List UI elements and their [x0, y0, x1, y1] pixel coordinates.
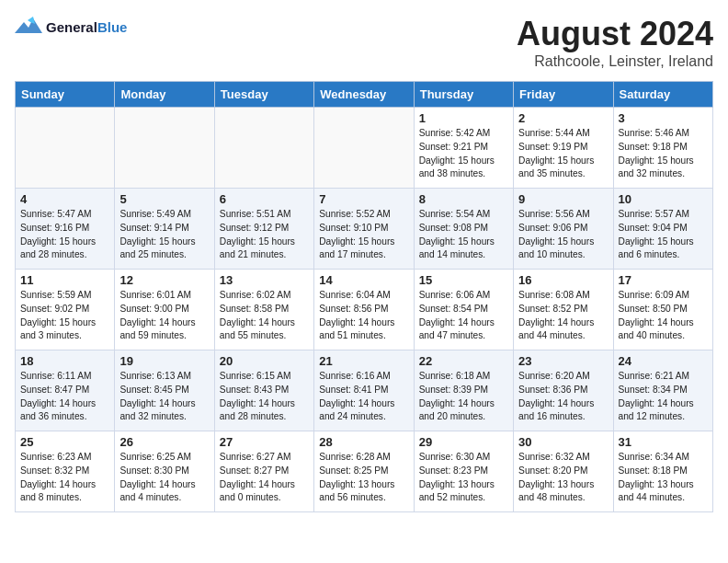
col-wednesday: Wednesday — [314, 82, 414, 108]
day-number: 8 — [419, 192, 508, 206]
logo: GeneralBlue — [15, 15, 127, 39]
day-number: 15 — [419, 273, 508, 287]
day-info: Sunrise: 6:25 AMSunset: 8:30 PMDaylight:… — [119, 451, 209, 505]
day-number: 10 — [619, 192, 708, 206]
table-row: 7Sunrise: 5:52 AMSunset: 9:10 PMDaylight… — [314, 189, 414, 270]
col-saturday: Saturday — [613, 82, 712, 108]
table-row: 6Sunrise: 5:51 AMSunset: 9:12 PMDaylight… — [214, 189, 313, 270]
table-row: 15Sunrise: 6:06 AMSunset: 8:54 PMDayligh… — [414, 270, 513, 350]
day-info: Sunrise: 5:52 AMSunset: 9:10 PMDaylight:… — [319, 208, 408, 262]
table-row — [214, 108, 313, 189]
day-number: 26 — [119, 435, 209, 449]
day-number: 3 — [619, 111, 708, 125]
day-number: 1 — [419, 111, 508, 125]
table-row: 12Sunrise: 6:01 AMSunset: 9:00 PMDayligh… — [115, 270, 214, 350]
col-tuesday: Tuesday — [214, 82, 313, 108]
day-number: 12 — [119, 273, 209, 287]
day-info: Sunrise: 6:16 AMSunset: 8:41 PMDaylight:… — [319, 370, 408, 424]
day-number: 5 — [119, 192, 209, 206]
table-row: 23Sunrise: 6:20 AMSunset: 8:36 PMDayligh… — [514, 350, 613, 431]
day-number: 6 — [220, 192, 309, 206]
table-row — [115, 108, 214, 189]
day-info: Sunrise: 6:21 AMSunset: 8:34 PMDaylight:… — [619, 370, 708, 424]
table-row: 27Sunrise: 6:27 AMSunset: 8:27 PMDayligh… — [214, 431, 313, 512]
table-row: 1Sunrise: 5:42 AMSunset: 9:21 PMDaylight… — [414, 108, 513, 189]
table-row: 21Sunrise: 6:16 AMSunset: 8:41 PMDayligh… — [314, 350, 414, 431]
day-info: Sunrise: 6:13 AMSunset: 8:45 PMDaylight:… — [119, 370, 209, 424]
day-number: 24 — [619, 354, 708, 368]
calendar-week-row: 18Sunrise: 6:11 AMSunset: 8:47 PMDayligh… — [16, 350, 713, 431]
day-info: Sunrise: 6:09 AMSunset: 8:50 PMDaylight:… — [619, 289, 708, 343]
logo-text: GeneralBlue — [46, 19, 127, 35]
day-number: 4 — [20, 192, 109, 206]
table-row: 24Sunrise: 6:21 AMSunset: 8:34 PMDayligh… — [613, 350, 712, 431]
day-info: Sunrise: 6:11 AMSunset: 8:47 PMDaylight:… — [20, 370, 109, 424]
table-row: 11Sunrise: 5:59 AMSunset: 9:02 PMDayligh… — [16, 270, 115, 350]
calendar-week-row: 4Sunrise: 5:47 AMSunset: 9:16 PMDaylight… — [16, 189, 713, 270]
table-row: 22Sunrise: 6:18 AMSunset: 8:39 PMDayligh… — [414, 350, 513, 431]
day-info: Sunrise: 5:51 AMSunset: 9:12 PMDaylight:… — [220, 208, 309, 262]
subtitle: Rathcoole, Leinster, Ireland — [517, 53, 713, 70]
day-number: 17 — [619, 273, 708, 287]
calendar-week-row: 25Sunrise: 6:23 AMSunset: 8:32 PMDayligh… — [16, 431, 713, 512]
table-row: 5Sunrise: 5:49 AMSunset: 9:14 PMDaylight… — [115, 189, 214, 270]
day-info: Sunrise: 5:44 AMSunset: 9:19 PMDaylight:… — [518, 127, 608, 181]
day-number: 28 — [319, 435, 408, 449]
table-row: 2Sunrise: 5:44 AMSunset: 9:19 PMDaylight… — [514, 108, 613, 189]
day-number: 30 — [518, 435, 608, 449]
table-row: 25Sunrise: 6:23 AMSunset: 8:32 PMDayligh… — [16, 431, 115, 512]
day-number: 16 — [518, 273, 608, 287]
day-info: Sunrise: 6:15 AMSunset: 8:43 PMDaylight:… — [220, 370, 309, 424]
table-row: 13Sunrise: 6:02 AMSunset: 8:58 PMDayligh… — [214, 270, 313, 350]
day-number: 2 — [518, 111, 608, 125]
day-info: Sunrise: 6:04 AMSunset: 8:56 PMDaylight:… — [319, 289, 408, 343]
day-info: Sunrise: 6:18 AMSunset: 8:39 PMDaylight:… — [419, 370, 508, 424]
day-number: 13 — [220, 273, 309, 287]
day-info: Sunrise: 5:42 AMSunset: 9:21 PMDaylight:… — [419, 127, 508, 181]
day-info: Sunrise: 5:57 AMSunset: 9:04 PMDaylight:… — [619, 208, 708, 262]
day-number: 14 — [319, 273, 408, 287]
table-row: 17Sunrise: 6:09 AMSunset: 8:50 PMDayligh… — [613, 270, 712, 350]
day-info: Sunrise: 6:06 AMSunset: 8:54 PMDaylight:… — [419, 289, 508, 343]
day-info: Sunrise: 5:47 AMSunset: 9:16 PMDaylight:… — [20, 208, 109, 262]
calendar-week-row: 11Sunrise: 5:59 AMSunset: 9:02 PMDayligh… — [16, 270, 713, 350]
day-number: 21 — [319, 354, 408, 368]
day-number: 11 — [20, 273, 109, 287]
day-info: Sunrise: 5:46 AMSunset: 9:18 PMDaylight:… — [619, 127, 708, 181]
header: GeneralBlue August 2024 Rathcoole, Leins… — [15, 15, 713, 70]
day-number: 9 — [518, 192, 608, 206]
day-info: Sunrise: 6:08 AMSunset: 8:52 PMDaylight:… — [518, 289, 608, 343]
table-row: 29Sunrise: 6:30 AMSunset: 8:23 PMDayligh… — [414, 431, 513, 512]
table-row: 10Sunrise: 5:57 AMSunset: 9:04 PMDayligh… — [613, 189, 712, 270]
table-row — [16, 108, 115, 189]
day-info: Sunrise: 6:28 AMSunset: 8:25 PMDaylight:… — [319, 451, 408, 505]
day-number: 31 — [619, 435, 708, 449]
main-title: August 2024 — [517, 15, 713, 53]
table-row: 19Sunrise: 6:13 AMSunset: 8:45 PMDayligh… — [115, 350, 214, 431]
calendar-header-row: Sunday Monday Tuesday Wednesday Thursday… — [16, 82, 713, 108]
day-number: 18 — [20, 354, 109, 368]
day-number: 27 — [220, 435, 309, 449]
day-info: Sunrise: 6:20 AMSunset: 8:36 PMDaylight:… — [518, 370, 608, 424]
day-info: Sunrise: 6:01 AMSunset: 9:00 PMDaylight:… — [119, 289, 209, 343]
day-info: Sunrise: 6:23 AMSunset: 8:32 PMDaylight:… — [20, 451, 109, 505]
table-row: 3Sunrise: 5:46 AMSunset: 9:18 PMDaylight… — [613, 108, 712, 189]
calendar-week-row: 1Sunrise: 5:42 AMSunset: 9:21 PMDaylight… — [16, 108, 713, 189]
col-friday: Friday — [514, 82, 613, 108]
col-monday: Monday — [115, 82, 214, 108]
table-row: 4Sunrise: 5:47 AMSunset: 9:16 PMDaylight… — [16, 189, 115, 270]
table-row: 20Sunrise: 6:15 AMSunset: 8:43 PMDayligh… — [214, 350, 313, 431]
table-row: 8Sunrise: 5:54 AMSunset: 9:08 PMDaylight… — [414, 189, 513, 270]
day-number: 20 — [220, 354, 309, 368]
day-number: 25 — [20, 435, 109, 449]
day-info: Sunrise: 6:32 AMSunset: 8:20 PMDaylight:… — [518, 451, 608, 505]
day-info: Sunrise: 6:34 AMSunset: 8:18 PMDaylight:… — [619, 451, 708, 505]
day-number: 29 — [419, 435, 508, 449]
logo-icon — [15, 15, 42, 39]
table-row: 26Sunrise: 6:25 AMSunset: 8:30 PMDayligh… — [115, 431, 214, 512]
calendar-table: Sunday Monday Tuesday Wednesday Thursday… — [15, 81, 713, 512]
day-info: Sunrise: 6:30 AMSunset: 8:23 PMDaylight:… — [419, 451, 508, 505]
table-row: 18Sunrise: 6:11 AMSunset: 8:47 PMDayligh… — [16, 350, 115, 431]
table-row: 30Sunrise: 6:32 AMSunset: 8:20 PMDayligh… — [514, 431, 613, 512]
day-number: 19 — [119, 354, 209, 368]
